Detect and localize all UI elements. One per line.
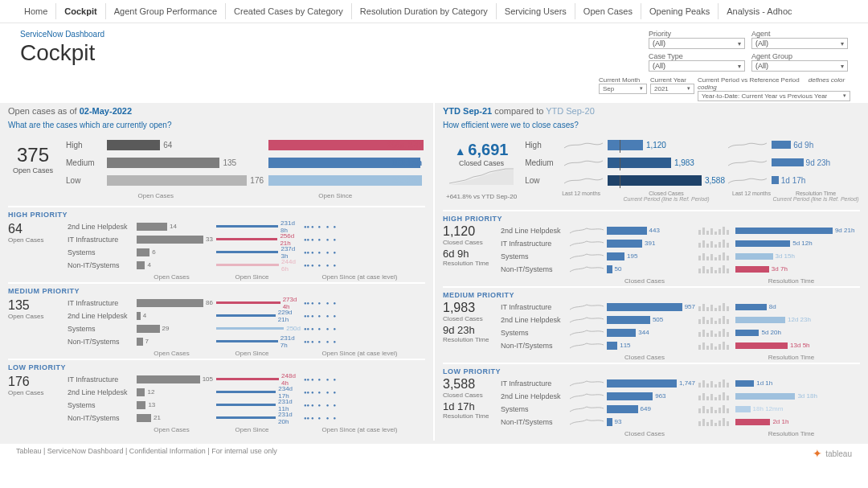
closed-cases-bar[interactable]: 344 — [607, 329, 695, 337]
case-level-dots[interactable]: ●● ● ● ● ● — [304, 377, 425, 382]
svg-rect-22 — [723, 252, 725, 260]
open-cases-bar[interactable]: 33 — [137, 236, 213, 244]
svg-rect-27 — [710, 267, 713, 273]
case-level-dots[interactable]: ●● ● ● ● ● — [304, 326, 425, 331]
open-cases-total: 375 Open Cases — [8, 137, 58, 181]
svg-rect-81 — [702, 406, 705, 413]
closed-cases-bar[interactable]: 963 — [607, 392, 695, 400]
closed-cases-bar[interactable]: 505 — [607, 316, 695, 324]
nav-tab-analysis-adhoc[interactable]: Analysis - Adhoc — [719, 3, 800, 19]
closed-cases-bar[interactable]: 115 — [607, 342, 695, 350]
prio-row: IT Infrastructure 105 248d 4h ●● ● ● ● ● — [68, 373, 425, 385]
resolution-time-bar[interactable]: 18h 12mm — [735, 405, 860, 412]
svg-rect-75 — [710, 394, 713, 400]
open-since-bar[interactable]: 244d 6h — [216, 258, 301, 273]
resolution-time-bar[interactable]: 2d 1h — [735, 418, 860, 425]
select-reference-period[interactable]: Year-to-Date: Current Year vs Previous Y… — [698, 91, 850, 101]
open-cases-bar[interactable]: 13 — [137, 401, 213, 409]
resolution-time-bar[interactable]: 3d 7h — [735, 265, 860, 273]
closed-cases-bar[interactable]: 50 — [607, 265, 695, 273]
case-level-dots[interactable]: ●● ● ● ● ● — [304, 416, 425, 420]
open-since-bar[interactable]: 231d 20h — [216, 411, 301, 425]
nav-tab-opening-peaks[interactable]: Opening Peaks — [641, 3, 719, 19]
open-cases-bar[interactable]: 86 — [137, 299, 213, 307]
open-cases-bar[interactable]: 64 — [107, 140, 264, 150]
closed-cases-bar[interactable]: 1,983 — [608, 158, 725, 168]
svg-rect-1 — [702, 228, 705, 235]
case-level-dots[interactable]: ●● ● ● ● ● — [304, 339, 425, 344]
open-since-bar[interactable]: 262d 2h — [268, 158, 425, 168]
case-level-dots[interactable]: ●● ● ● ● ● — [304, 263, 425, 268]
filter-select-agent[interactable]: (All) — [751, 38, 848, 49]
case-level-dots[interactable]: ●● ● ● ● ● — [304, 314, 425, 318]
resolution-time-bar[interactable]: 13d 5h — [735, 342, 860, 349]
filter-select-case_type[interactable]: (All) — [649, 60, 745, 72]
resolution-time-bar[interactable]: 6d 9h — [772, 141, 860, 150]
closed-cases-bar[interactable]: 93 — [607, 418, 695, 426]
case-level-dots[interactable]: ●● ● ● ● ● — [304, 237, 425, 242]
closed-cases-bar[interactable]: 1,120 — [608, 140, 725, 150]
case-level-dots[interactable]: ●● ● ● ● ● — [304, 301, 425, 306]
svg-rect-11 — [710, 241, 713, 248]
open-cases-bar[interactable]: 135 — [107, 158, 264, 168]
resolution-time-bar[interactable]: 5d 12h — [735, 240, 860, 247]
priority-header: HIGH PRIORITY — [443, 213, 860, 224]
svg-rect-2 — [706, 231, 709, 235]
resolution-time-bar[interactable]: 12d 23h — [735, 316, 860, 323]
case-level-dots[interactable]: ●● ● ● ● ● — [304, 390, 425, 395]
svg-rect-35 — [710, 305, 713, 311]
nav-tab-cockpit[interactable]: Cockpit — [56, 3, 105, 19]
resolution-time-bar[interactable]: 8d — [735, 303, 860, 310]
closed-cases-label: Closed Cases — [446, 159, 517, 167]
open-since-bar[interactable]: 264d 3h — [268, 175, 425, 186]
prio-row: Non-IT/Systems 21 231d 20h ●● ● ● ● ● — [68, 412, 425, 424]
open-since-bar[interactable]: 250d — [216, 325, 301, 332]
closed-cases-bar[interactable]: 649 — [607, 405, 695, 413]
svg-rect-59 — [710, 343, 713, 350]
open-since-bar[interactable]: 231d 7h — [216, 334, 301, 349]
dashboard-subtitle: ServiceNow Dashboard — [20, 30, 104, 39]
nav-tab-home[interactable]: Home — [16, 3, 56, 19]
open-cases-bar[interactable]: 6 — [137, 248, 213, 256]
open-cases-bar[interactable]: 14 — [137, 223, 213, 231]
open-cases-bar[interactable]: 21 — [137, 414, 213, 422]
resolution-time-bar[interactable]: 3d 18h — [735, 392, 860, 400]
closed-cases-hero-bars: High 1,120 6d 9hMedium 1,983 9d 23hLow 3… — [525, 137, 860, 203]
open-since-bar[interactable]: 266d 23h — [268, 140, 425, 150]
open-since-bar[interactable]: 229d 21h — [216, 309, 301, 323]
closed-cases-bar[interactable]: 391 — [607, 240, 695, 248]
filter-select-priority[interactable]: (All) — [649, 38, 745, 49]
closed-cases-bar[interactable]: 195 — [607, 252, 695, 260]
resolution-time-bar[interactable]: 3d 15h — [735, 252, 860, 260]
closed-cases-bar[interactable]: 3,588 — [608, 175, 725, 186]
open-cases-bar[interactable]: 12 — [137, 388, 213, 396]
case-level-dots[interactable]: ●● ● ● ● ● — [304, 224, 425, 229]
svg-rect-84 — [714, 410, 717, 413]
resolution-time-bar[interactable]: 5d 20h — [735, 329, 860, 336]
nav-tab-created-cases-by-category[interactable]: Created Cases by Category — [226, 3, 352, 19]
select-current-year[interactable]: 2021 — [650, 84, 694, 94]
select-current-month[interactable]: Sep — [599, 84, 647, 94]
open-cases-bar[interactable]: 4 — [137, 312, 213, 320]
resolution-time-bar[interactable]: 1d 1h — [735, 379, 860, 387]
open-cases-bar[interactable]: 4 — [137, 261, 213, 269]
nav-tab-resolution-duration-by-category[interactable]: Resolution Duration by Category — [352, 3, 497, 19]
filter-select-agent_group[interactable]: (All) — [751, 60, 848, 72]
svg-rect-29 — [719, 268, 721, 273]
resolution-time-bar[interactable]: 9d 23h — [772, 158, 860, 167]
open-cases-bar[interactable]: 7 — [137, 338, 213, 346]
open-cases-bar[interactable]: 176 — [107, 175, 264, 186]
closed-cases-bar[interactable]: 957 — [607, 303, 695, 311]
nav-tab-servicing-users[interactable]: Servicing Users — [497, 3, 575, 19]
prio-row: Non-IT/Systems 7 231d 7h ●● ● ● ● ● — [68, 335, 425, 347]
resolution-time-bar[interactable]: 1d 17h — [772, 176, 860, 185]
open-cases-bar[interactable]: 105 — [137, 375, 213, 383]
case-level-dots[interactable]: ●● ● ● ● ● — [304, 250, 425, 255]
closed-cases-bar[interactable]: 1,747 — [607, 379, 695, 388]
closed-cases-bar[interactable]: 443 — [607, 227, 695, 235]
nav-tab-agent-group-performance[interactable]: Agent Group Performance — [106, 3, 226, 19]
open-cases-bar[interactable]: 29 — [137, 325, 213, 333]
nav-tab-open-cases[interactable]: Open Cases — [575, 3, 641, 19]
case-level-dots[interactable]: ●● ● ● ● ● — [304, 403, 425, 408]
resolution-time-bar[interactable]: 9d 21h — [735, 227, 860, 234]
